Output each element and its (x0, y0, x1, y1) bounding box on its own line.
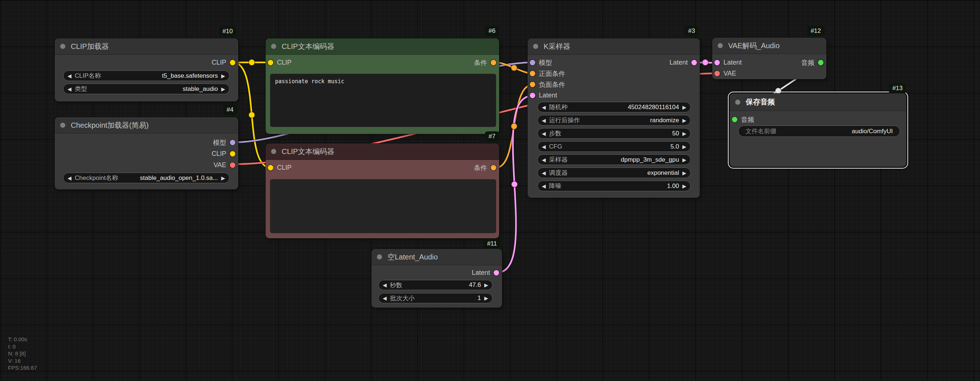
widget-sampler-name[interactable]: 采样器 dpmpp_3m_sde_gpu (538, 155, 690, 165)
model-port-dot[interactable] (230, 140, 235, 145)
audio-port-dot[interactable] (732, 117, 737, 122)
widget-scheduler[interactable]: 调度器 exponential (538, 167, 690, 178)
node-vae-decode-audio[interactable]: #12 VAE解码_Audio Latent VAE 音频 (712, 38, 826, 79)
collapse-dot-icon[interactable] (718, 43, 723, 48)
status-time: T: 0.00s (8, 336, 37, 343)
decrement-arrow-icon[interactable] (542, 157, 546, 163)
node-clip-text-encode-positive[interactable]: #6 CLIP文本编码器 CLIP 条件 passionate rock mus… (266, 38, 499, 134)
widget-checkpoint-name[interactable]: Checkpoint名称 stable_audio_open_1.0.sa... (63, 173, 229, 183)
widget-clip-type[interactable]: 类型 stable_audio (63, 84, 229, 94)
widget-cfg[interactable]: CFG 5.0 (538, 141, 690, 152)
increment-arrow-icon[interactable] (682, 157, 686, 163)
widget-label: 随机种 (549, 103, 568, 111)
node-save-audio[interactable]: #13 保存音频 音频 文件名前缀 audio/ComfyUI (730, 93, 906, 167)
latent-port-dot[interactable] (494, 270, 499, 276)
decrement-arrow-icon[interactable] (542, 105, 546, 110)
widget-steps[interactable]: 步数 50 (538, 128, 690, 139)
clip-port-dot[interactable] (230, 151, 235, 156)
increment-arrow-icon[interactable] (221, 175, 225, 181)
node-titlebar[interactable]: CLIP文本编码器 (266, 38, 499, 55)
node-ksampler[interactable]: #3 K采样器 模型 正面条件 负面条件 Latent Latent 随机种 (528, 38, 700, 198)
link-midpoint-dot[interactable] (511, 65, 517, 71)
decrement-arrow-icon[interactable] (67, 86, 72, 92)
clip-port-dot[interactable] (230, 60, 235, 65)
widget-seed[interactable]: 随机种 450248280116104 (538, 102, 690, 112)
decrement-arrow-icon[interactable] (383, 282, 387, 288)
conditioning-port-dot[interactable] (491, 60, 496, 65)
widget-batch-size[interactable]: 批次大小 1 (379, 293, 493, 303)
node-clip-text-encode-negative[interactable]: #7 CLIP文本编码器 CLIP 条件 (266, 143, 499, 238)
prompt-textarea[interactable] (270, 180, 496, 233)
decrement-arrow-icon[interactable] (383, 296, 387, 301)
widget-filename-prefix[interactable]: 文件名前缀 audio/ComfyUI (738, 126, 900, 137)
latent-port-dot[interactable] (530, 93, 535, 98)
node-checkpoint-loader[interactable]: #4 Checkpoint加载器(简易) 模型 CLIP VAE Checkpo… (55, 117, 238, 190)
node-title: CLIP文本编码器 (282, 147, 334, 156)
widget-value: randomize (650, 117, 679, 124)
link-midpoint-dot[interactable] (511, 123, 517, 129)
collapse-dot-icon[interactable] (533, 44, 538, 49)
increment-arrow-icon[interactable] (682, 105, 686, 110)
increment-arrow-icon[interactable] (484, 282, 488, 288)
collapse-dot-icon[interactable] (271, 149, 276, 154)
audio-port-dot[interactable] (818, 60, 824, 65)
collapse-dot-icon[interactable] (735, 100, 740, 105)
port-label: Latent (724, 59, 742, 67)
widget-value: 450248280116104 (628, 104, 679, 111)
increment-arrow-icon[interactable] (682, 144, 686, 149)
latent-port-dot[interactable] (714, 60, 720, 65)
increment-arrow-icon[interactable] (484, 296, 488, 301)
collapse-dot-icon[interactable] (271, 44, 276, 49)
node-titlebar[interactable]: Checkpoint加载器(简易) (55, 117, 238, 134)
link-midpoint-dot[interactable] (249, 59, 255, 66)
collapse-dot-icon[interactable] (377, 254, 382, 260)
prompt-textarea[interactable]: passionate rock music (270, 74, 496, 127)
increment-arrow-icon[interactable] (221, 73, 225, 78)
port-label: 模型 (539, 58, 552, 67)
increment-arrow-icon[interactable] (682, 183, 686, 189)
model-port-dot[interactable] (530, 60, 535, 65)
decrement-arrow-icon[interactable] (67, 175, 72, 181)
link-midpoint-dot[interactable] (702, 59, 708, 66)
increment-arrow-icon[interactable] (682, 131, 686, 136)
clip-port-dot[interactable] (268, 165, 273, 171)
decrement-arrow-icon[interactable] (542, 144, 546, 149)
node-titlebar[interactable]: 空Latent_Audio (371, 249, 502, 265)
clip-port-dot[interactable] (268, 60, 273, 65)
vae-port-dot[interactable] (230, 163, 235, 168)
output-port-conditioning: 条件 (474, 164, 496, 172)
node-empty-latent-audio[interactable]: #11 空Latent_Audio Latent 秒数 47.6 批次大小 1 (371, 249, 502, 308)
link-midpoint-dot[interactable] (512, 182, 518, 188)
vae-port-dot[interactable] (714, 71, 720, 76)
node-titlebar[interactable]: VAE解码_Audio (712, 38, 826, 54)
increment-arrow-icon[interactable] (221, 86, 225, 92)
link-midpoint-dot[interactable] (775, 88, 781, 94)
link-midpoint-dot[interactable] (249, 112, 255, 118)
widget-seconds[interactable]: 秒数 47.6 (379, 280, 493, 290)
conditioning-port-dot[interactable] (491, 165, 496, 171)
node-clip-loader[interactable]: #10 CLIP加载器 CLIP CLIP名称 t5_base.safetens… (55, 38, 238, 102)
node-titlebar[interactable]: 保存音频 (730, 93, 906, 111)
decrement-arrow-icon[interactable] (542, 118, 546, 123)
decrement-arrow-icon[interactable] (67, 73, 72, 78)
widget-value: 50 (672, 130, 679, 137)
conditioning-port-dot[interactable] (530, 71, 535, 76)
node-titlebar[interactable]: CLIP加载器 (55, 38, 238, 55)
node-graph-canvas[interactable]: #10 CLIP加载器 CLIP CLIP名称 t5_base.safetens… (0, 0, 980, 381)
decrement-arrow-icon[interactable] (542, 171, 546, 175)
collapse-dot-icon[interactable] (60, 44, 65, 49)
widget-control-after-generate[interactable]: 运行后操作 randomize (538, 115, 690, 126)
output-port-conditioning: 条件 (474, 59, 496, 67)
status-fps: FPS:166.67 (8, 364, 37, 371)
decrement-arrow-icon[interactable] (542, 131, 546, 136)
latent-port-dot[interactable] (691, 60, 697, 65)
increment-arrow-icon[interactable] (682, 171, 686, 175)
conditioning-port-dot[interactable] (530, 82, 535, 87)
increment-arrow-icon[interactable] (682, 118, 686, 123)
widget-denoise[interactable]: 降噪 1.00 (538, 181, 690, 191)
decrement-arrow-icon[interactable] (542, 183, 546, 189)
collapse-dot-icon[interactable] (60, 123, 65, 128)
node-titlebar[interactable]: K采样器 (528, 38, 700, 55)
node-titlebar[interactable]: CLIP文本编码器 (266, 143, 499, 160)
widget-clip-name[interactable]: CLIP名称 t5_base.safetensors (63, 70, 229, 81)
